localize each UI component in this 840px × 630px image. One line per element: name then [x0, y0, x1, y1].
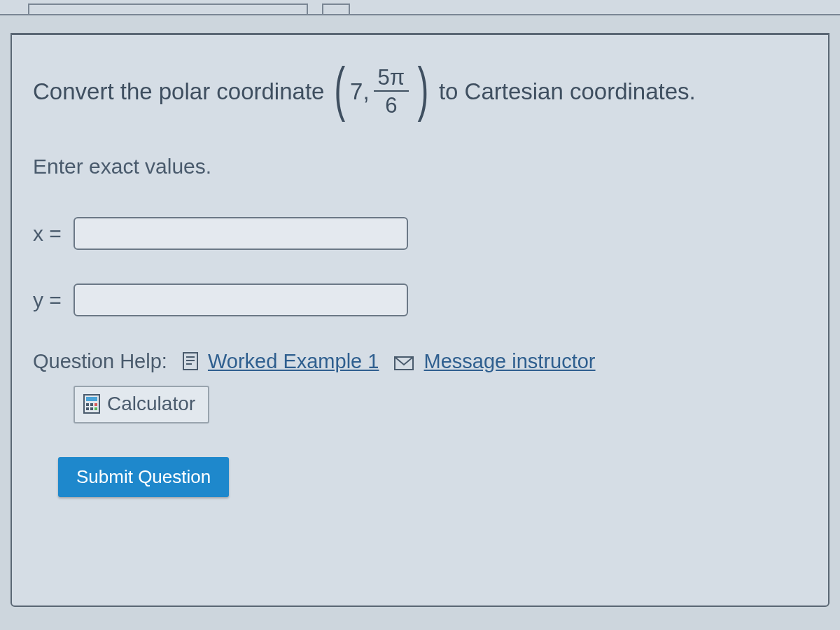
message-instructor-link[interactable]: Message instructor — [424, 350, 596, 372]
question-panel: Convert the polar coordinate ( 7, 5π 6 )… — [10, 33, 830, 607]
polar-coordinate: ( 7, 5π 6 ) — [330, 66, 433, 116]
question-help-row: Question Help: Worked Example 1 Message … — [33, 350, 807, 373]
svg-rect-12 — [94, 407, 97, 410]
theta-numerator: 5π — [374, 66, 410, 92]
calculator-label: Calculator — [107, 393, 195, 415]
document-icon — [183, 352, 198, 370]
question-text: Convert the polar coordinate ( 7, 5π 6 )… — [33, 66, 807, 116]
svg-rect-10 — [86, 407, 89, 410]
question-suffix: to Cartesian coordinates. — [439, 78, 696, 106]
chrome-top-edge — [0, 0, 840, 15]
input-row-y: y = — [33, 284, 807, 316]
theta-denominator: 6 — [378, 92, 404, 116]
polar-r: 7 — [350, 78, 363, 106]
submit-button[interactable]: Submit Question — [58, 457, 229, 497]
inputs-group: x = y = — [33, 217, 807, 316]
question-prefix: Convert the polar coordinate — [33, 78, 324, 106]
svg-rect-8 — [90, 403, 93, 406]
svg-rect-9 — [94, 403, 97, 406]
envelope-icon — [394, 356, 414, 370]
instruction-text: Enter exact values. — [33, 155, 807, 178]
x-input[interactable] — [74, 217, 408, 250]
x-label: x = — [33, 222, 74, 246]
calculator-icon — [83, 394, 100, 414]
y-label: y = — [33, 288, 74, 312]
right-paren: ) — [418, 66, 429, 111]
worked-example-link[interactable]: Worked Example 1 — [208, 350, 379, 372]
help-label: Question Help: — [33, 350, 167, 372]
svg-rect-6 — [86, 397, 97, 401]
svg-rect-7 — [86, 403, 89, 406]
calculator-button[interactable]: Calculator — [74, 386, 209, 424]
polar-theta-fraction: 5π 6 — [374, 66, 410, 116]
y-input[interactable] — [74, 284, 408, 316]
svg-rect-11 — [90, 407, 93, 410]
left-paren: ( — [335, 66, 346, 111]
input-row-x: x = — [33, 217, 807, 250]
